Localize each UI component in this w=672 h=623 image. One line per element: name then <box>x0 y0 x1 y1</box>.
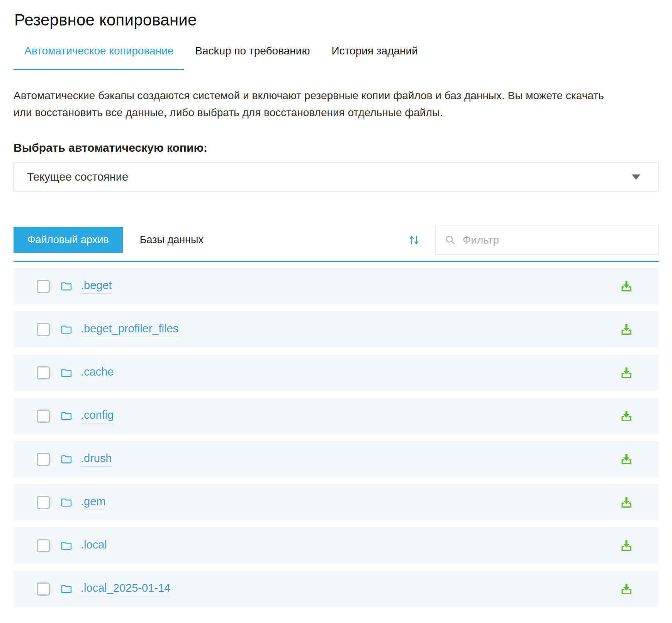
filter-box <box>435 225 658 255</box>
download-icon[interactable] <box>619 582 633 596</box>
description-text: Автоматические бэкапы создаются системой… <box>14 87 616 121</box>
file-checkbox[interactable] <box>37 323 50 336</box>
filter-input[interactable] <box>462 234 650 247</box>
folder-icon <box>61 541 72 551</box>
chevron-down-icon <box>632 174 640 180</box>
download-icon[interactable] <box>619 279 633 293</box>
archive-toolbar: Файловый архив Базы данных <box>14 225 658 262</box>
folder-icon <box>61 411 72 421</box>
file-row: .cache <box>14 354 658 391</box>
sort-icon[interactable] <box>408 234 420 246</box>
file-checkbox[interactable] <box>37 366 50 379</box>
search-icon <box>445 235 456 245</box>
download-icon[interactable] <box>619 409 633 423</box>
file-checkbox[interactable] <box>37 410 50 423</box>
main-tabs: Автоматическое копирование Backup по тре… <box>14 45 658 70</box>
folder-icon <box>61 498 72 508</box>
subtab-databases[interactable]: Базы данных <box>126 227 217 253</box>
file-checkbox[interactable] <box>37 453 50 466</box>
download-icon[interactable] <box>619 496 633 510</box>
subtab-file-archive[interactable]: Файловый архив <box>14 227 123 253</box>
file-checkbox[interactable] <box>37 496 50 509</box>
tab-backup-on-demand[interactable]: Backup по требованию <box>184 45 321 70</box>
download-icon[interactable] <box>619 323 633 337</box>
file-row: .drush <box>14 441 658 477</box>
file-row: .local <box>14 527 658 564</box>
file-checkbox[interactable] <box>37 582 50 596</box>
file-link[interactable]: .config <box>81 409 114 423</box>
file-list: .beget .beget_profiler_files <box>14 268 658 607</box>
file-link[interactable]: .beget_profiler_files <box>81 322 178 337</box>
page-title: Резервное копирование <box>14 11 658 29</box>
backup-page: Резервное копирование Автоматическое коп… <box>0 11 672 607</box>
file-link[interactable]: .beget <box>81 279 112 294</box>
folder-icon <box>61 454 72 464</box>
download-icon[interactable] <box>619 366 633 380</box>
tab-automatic-backup[interactable]: Автоматическое копирование <box>14 45 184 70</box>
file-link[interactable]: .cache <box>81 366 114 380</box>
download-icon[interactable] <box>619 539 633 553</box>
file-checkbox[interactable] <box>37 280 50 293</box>
tab-task-history[interactable]: История заданий <box>321 45 428 70</box>
copy-select-dropdown[interactable]: Текущее состояние <box>14 162 658 192</box>
file-link[interactable]: .gem <box>81 495 105 510</box>
file-link[interactable]: .local <box>81 538 107 553</box>
copy-select-label: Выбрать автоматическую копию: <box>14 141 658 154</box>
file-row: .beget_profiler_files <box>14 311 658 348</box>
file-row: .config <box>14 398 658 434</box>
folder-icon <box>61 281 72 291</box>
file-checkbox[interactable] <box>37 539 50 552</box>
file-row: .local_2025-01-14 <box>14 571 658 607</box>
copy-select-value: Текущее состояние <box>27 171 128 183</box>
folder-icon <box>61 368 72 378</box>
file-row: .gem <box>14 484 658 521</box>
file-link[interactable]: .local_2025-01-14 <box>81 582 170 596</box>
file-link[interactable]: .drush <box>81 452 112 467</box>
file-row: .beget <box>14 268 658 305</box>
download-icon[interactable] <box>619 452 633 466</box>
folder-icon <box>61 584 72 594</box>
folder-icon <box>61 325 72 335</box>
